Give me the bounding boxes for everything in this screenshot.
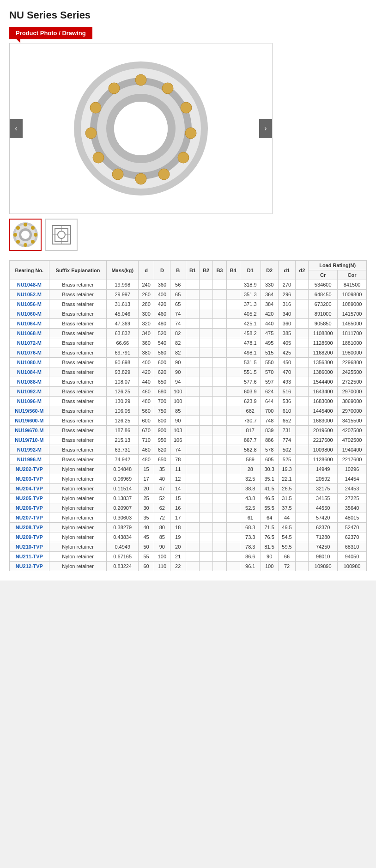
col-d: d [138, 261, 154, 280]
col-bearing-no: Bearing No. [10, 261, 49, 280]
cell-B: 19 [170, 532, 186, 542]
table-row: NU203-TVPNylon retainer0.0696917401232.5… [10, 474, 367, 484]
cell-D2: 440 [261, 319, 278, 329]
cell-suffix: Nylon retainer [49, 562, 107, 571]
cell-Cor: 1485000 [338, 319, 367, 329]
cell-B: 20 [170, 542, 186, 552]
cell-B4 [226, 358, 240, 367]
cell-d2 [296, 377, 309, 387]
cell-B: 106 [170, 435, 186, 445]
cell-D: 540 [154, 338, 170, 348]
cell-B3 [213, 435, 226, 445]
cell-suffix: Nylon retainer [49, 484, 107, 494]
cell-Cr: 648450 [309, 290, 338, 300]
cell-B: 90 [170, 358, 186, 367]
cell-d: 240 [138, 280, 154, 290]
cell-Cr: 74250 [309, 542, 338, 552]
cell-Cr: 109890 [309, 562, 338, 571]
table-row: NU1068-MBrass retainer63.83234052082458.… [10, 329, 367, 338]
cell-B3 [213, 338, 226, 348]
cell-Cr: 673200 [309, 300, 338, 309]
cell-Cr: 20592 [309, 474, 338, 484]
cell-d1: 44 [278, 513, 296, 523]
cell-B3 [213, 377, 226, 387]
cell-d2 [296, 406, 309, 416]
cell-d2 [296, 280, 309, 290]
cell-d1: 316 [278, 300, 296, 309]
cell-d1: 26.5 [278, 484, 296, 494]
cell-d2 [296, 387, 309, 397]
svg-point-18 [114, 102, 168, 155]
cell-B3 [213, 397, 226, 406]
thumb-photo[interactable] [9, 219, 42, 251]
cell-D: 52 [154, 494, 170, 503]
cell-d: 460 [138, 445, 154, 455]
prev-image-button[interactable]: ‹ [10, 119, 23, 138]
cell-mass: 90.698 [107, 358, 139, 367]
cell-B2 [200, 523, 213, 532]
cell-D: 800 [154, 416, 170, 426]
cell-Cr: 2019600 [309, 426, 338, 435]
cell-no: NU203-TVP [10, 474, 49, 484]
col-B: B [170, 261, 186, 280]
cell-D2: 605 [261, 455, 278, 465]
col-B2: B2 [200, 261, 213, 280]
cell-suffix: Brass retainer [49, 338, 107, 348]
cell-B4 [226, 513, 240, 523]
cell-Cor: 62370 [338, 532, 367, 542]
cell-D: 680 [154, 387, 170, 397]
table-row: NU210-TVPNylon retainer0.494950902078.38… [10, 542, 367, 552]
cell-no: NU1060-M [10, 309, 49, 319]
cell-mass: 0.20907 [107, 503, 139, 513]
cell-D1: 68.3 [240, 523, 261, 532]
cell-D2: 550 [261, 358, 278, 367]
cell-B2 [200, 503, 213, 513]
cell-Cor: 68310 [338, 542, 367, 552]
cell-D: 35 [154, 465, 170, 474]
cell-d: 440 [138, 377, 154, 387]
cell-D2: 41.5 [261, 484, 278, 494]
thumb-bearing-icon [12, 221, 39, 248]
cell-B2 [200, 290, 213, 300]
cell-D2: 700 [261, 406, 278, 416]
cell-mass: 0.11514 [107, 484, 139, 494]
cell-Cor: 1881000 [338, 338, 367, 348]
table-row: NU1080-MBrass retainer90.69840060090531.… [10, 358, 367, 367]
cell-D1: 425.1 [240, 319, 261, 329]
cell-D: 62 [154, 503, 170, 513]
next-image-button[interactable]: › [259, 119, 272, 138]
cell-B3 [213, 445, 226, 455]
cell-suffix: Nylon retainer [49, 552, 107, 562]
cell-B2 [200, 542, 213, 552]
cell-suffix: Brass retainer [49, 387, 107, 397]
cell-mass: 0.13837 [107, 494, 139, 503]
cell-B2 [200, 358, 213, 367]
cell-mass: 0.4949 [107, 542, 139, 552]
cell-B4 [226, 387, 240, 397]
table-row: NU19/710-MBrass retainer215.137109501068… [10, 435, 367, 445]
cell-B4 [226, 484, 240, 494]
cell-B3 [213, 300, 226, 309]
cell-Cr: 1128600 [309, 455, 338, 465]
cell-B3 [213, 387, 226, 397]
cell-d2 [296, 358, 309, 367]
cell-d1: 731 [278, 426, 296, 435]
cell-B1 [186, 465, 199, 474]
cell-D1: 86.6 [240, 552, 261, 562]
cell-D1: 28 [240, 465, 261, 474]
cell-D: 750 [154, 406, 170, 416]
cell-Cor: 2722500 [338, 377, 367, 387]
cell-mass: 126.25 [107, 387, 139, 397]
cell-B: 85 [170, 406, 186, 416]
thumb-diagram[interactable] [45, 219, 78, 251]
cell-D2: 330 [261, 280, 278, 290]
cell-Cr: 1544400 [309, 377, 338, 387]
svg-point-24 [31, 226, 35, 230]
cell-Cr: 71280 [309, 532, 338, 542]
cell-suffix: Brass retainer [49, 377, 107, 387]
cell-d1: 37.5 [278, 503, 296, 513]
cell-D2: 624 [261, 387, 278, 397]
col-B1: B1 [186, 261, 199, 280]
cell-B3 [213, 552, 226, 562]
cell-suffix: Nylon retainer [49, 523, 107, 532]
